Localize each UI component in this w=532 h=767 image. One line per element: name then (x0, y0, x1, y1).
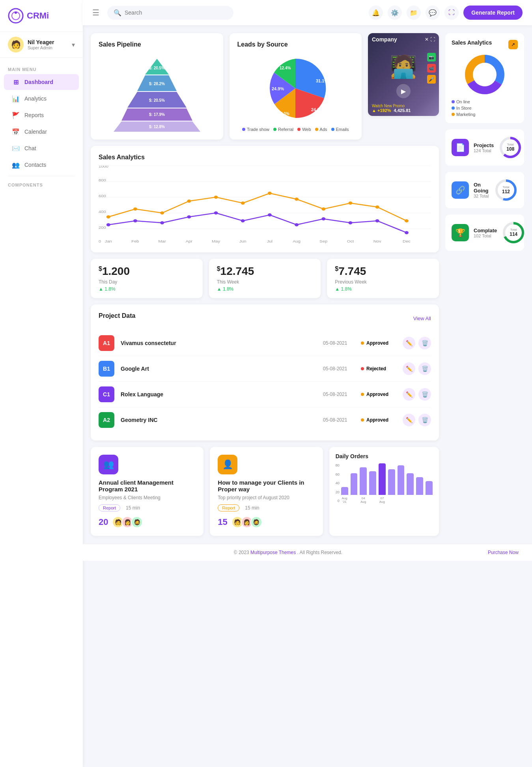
stat-day-label: This Day (99, 279, 195, 285)
delete-btn-3[interactable]: 🗑️ (418, 414, 431, 426)
logo: CRMi (0, 8, 83, 32)
video-controls[interactable]: ✕ ⛶ (425, 37, 435, 42)
svg-point-39 (375, 205, 379, 209)
sidebar-item-dashboard[interactable]: ⊞ Dashboard (4, 74, 79, 90)
project-status-1: Rejected (361, 366, 396, 371)
delete-btn-0[interactable]: 🗑️ (418, 337, 431, 349)
meeting-card-howto: 👤 How to manage your Clients in Proper w… (210, 447, 323, 536)
project-actions-1: ✏️ 🗑️ (403, 362, 431, 375)
pipeline-chart: $: 20.5% $: 28.2% $: 20.5% $: 17.9% (99, 53, 215, 132)
svg-point-52 (405, 231, 409, 234)
svg-text:$: 12.8%: $: 12.8% (149, 125, 165, 129)
svg-point-33 (214, 196, 218, 199)
view-all-link[interactable]: View All (413, 315, 431, 321)
play-icon: ▶ (401, 88, 406, 95)
svg-text:1000: 1000 (99, 166, 108, 168)
meeting-card-annual: 👥 Annual client Management Program 2021 … (91, 447, 203, 536)
expand-icon-btn[interactable]: ⛶ (444, 6, 459, 20)
delete-btn-2[interactable]: 🗑️ (418, 388, 431, 401)
sidebar-item-contacts[interactable]: 👥 Contacts (4, 157, 79, 173)
video-action-3[interactable]: 🎤 (427, 75, 436, 84)
svg-point-2 (15, 11, 17, 14)
contacts-icon: 👥 (12, 161, 20, 169)
svg-point-35 (268, 192, 272, 195)
table-row: A2 Geometry INC 05-08-2021 Approved ✏️ 🗑… (99, 407, 431, 433)
bar-label-5 (388, 496, 395, 504)
settings-icon-btn[interactable]: ⚙️ (388, 6, 402, 20)
sidebar-item-calendar[interactable]: 📅 Calendar (4, 124, 79, 140)
dashboard-icon: ⊞ (12, 78, 20, 86)
user-menu-icon[interactable]: ▾ (72, 41, 75, 49)
svg-text:Jul: Jul (267, 239, 273, 243)
project-name-3: Geometry INC (121, 417, 317, 423)
side-stat-projects: 📄 Projects 124 Total Total 108 (445, 129, 524, 166)
messages-icon-btn[interactable]: 💬 (426, 6, 440, 20)
bar-label-3 (369, 496, 376, 504)
legend-emails: Emails (331, 127, 349, 132)
daily-orders-title: Daily Orders (336, 453, 433, 459)
donut-svg (463, 53, 506, 96)
video-footer: Watch New Promo ▲ +192% 4,425.81 (372, 104, 411, 113)
right-sidebar: Sales Analytics ↗ (445, 33, 524, 536)
svg-text:Apr: Apr (186, 239, 193, 243)
header: ☰ 🔍 🔔 ⚙️ 📁 💬 ⛶ Generate Report (83, 0, 532, 25)
legend-marketing: Marketing (452, 112, 518, 117)
user-profile: 🧑 Nil Yeager Super Admin ▾ (0, 32, 83, 58)
video-action-1[interactable]: 📷 (427, 53, 436, 62)
video-action-2[interactable]: 📹 (427, 64, 436, 73)
daily-orders-card: Daily Orders 806040200 Aug '21 (329, 447, 439, 536)
top-row: Sales Pipeline $: 20.5% $: 28.2% $: 20.5… (91, 33, 439, 140)
sidebar-item-label-contacts: Contacts (24, 162, 46, 168)
generate-report-button[interactable]: Generate Report (463, 6, 523, 20)
donut-wrap (452, 53, 518, 96)
svg-point-51 (375, 219, 379, 222)
stat-week-trend: ▲ 1.8% (217, 286, 313, 292)
meeting-tag-howto: Report (218, 504, 239, 511)
edit-btn-1[interactable]: ✏️ (403, 362, 415, 375)
svg-point-49 (321, 217, 325, 220)
meeting-count-annual: 20 (99, 517, 108, 527)
search-box[interactable]: 🔍 (107, 6, 233, 20)
bar-7 (407, 473, 414, 495)
main-menu-label: Main Menu (0, 64, 83, 73)
notification-icon-btn[interactable]: 🔔 (369, 6, 383, 20)
bar-label-0: Aug '21 (341, 496, 348, 504)
complete-ring: Total 114 (502, 221, 525, 244)
projects-icon: 📄 (455, 143, 465, 152)
bar-4 (379, 463, 386, 495)
footer-brand-link[interactable]: Multipurpose Themes (250, 550, 296, 555)
user-icon-btn[interactable]: 📁 (407, 6, 421, 20)
play-button[interactable]: ▶ (396, 84, 411, 98)
search-icon: 🔍 (114, 9, 121, 17)
edit-btn-2[interactable]: ✏️ (403, 388, 415, 401)
leads-card: Leads by Source 31.1% 24.3% 7 (230, 33, 362, 140)
meeting-icon-symbol: 👥 (103, 459, 114, 470)
svg-point-44 (187, 215, 191, 218)
meeting-footer-annual: 20 🧑 👩 🧔 (99, 516, 196, 528)
expand-video-icon[interactable]: ⛶ (430, 37, 435, 42)
ongoing-ring: Total 112 (494, 178, 518, 202)
sidebar-item-reports[interactable]: 🚩 Reports (4, 107, 79, 123)
bar-label-6 (398, 496, 405, 504)
meeting-icon-howto-symbol: 👤 (222, 459, 233, 470)
search-input[interactable] (125, 9, 227, 16)
project-name-0: Vivamus consectetur (121, 340, 317, 346)
bar-label-9 (426, 496, 433, 504)
bar-label-4: 07 Aug (379, 496, 386, 504)
edit-btn-0[interactable]: ✏️ (403, 337, 415, 349)
meeting-time-howto: 15 min (245, 505, 259, 511)
purchase-now-link[interactable]: Purchase Now (488, 550, 526, 555)
delete-btn-1[interactable]: 🗑️ (418, 362, 431, 375)
svg-text:$: 28.2%: $: 28.2% (149, 82, 165, 86)
sidebar-item-analytics[interactable]: 📊 Analytics (4, 91, 79, 106)
side-analytics-expand-btn[interactable]: ↗ (508, 40, 518, 49)
meeting-time-annual: 15 min (126, 505, 140, 511)
menu-icon[interactable]: ☰ (92, 8, 99, 17)
meeting-title-howto: How to manage your Clients in Proper way (218, 479, 315, 493)
edit-btn-3[interactable]: ✏️ (403, 414, 415, 426)
stat-day-trend: ▲ 1.8% (99, 286, 195, 292)
minimize-icon[interactable]: ✕ (425, 37, 429, 42)
sidebar-item-chat[interactable]: ✉️ Chat (4, 140, 79, 156)
stat-prev-trend: ▲ 1.8% (335, 286, 431, 292)
svg-point-47 (268, 213, 272, 216)
